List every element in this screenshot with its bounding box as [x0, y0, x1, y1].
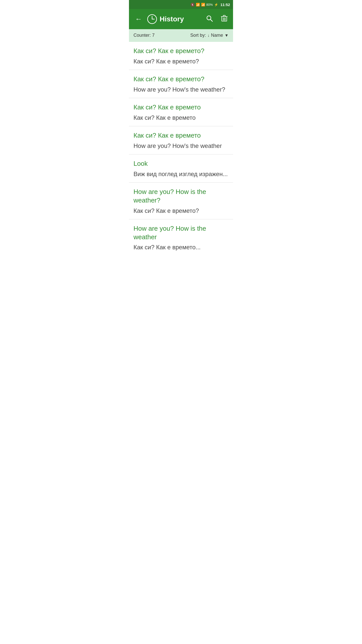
battery-icon: ⚡	[214, 3, 218, 7]
history-secondary-text: Как си? Как е времето?	[133, 207, 229, 215]
app-bar: ← History	[129, 9, 233, 29]
sort-value: Name	[211, 33, 223, 38]
svg-line-4	[210, 19, 212, 21]
sort-direction-icon: ↓	[207, 33, 209, 38]
history-primary-text: Look	[133, 159, 229, 168]
mute-icon: 🔇	[191, 3, 195, 7]
history-primary-text: How are you? How is the weather?	[133, 188, 229, 205]
app-bar-actions	[204, 13, 229, 25]
title-group: History	[147, 14, 201, 24]
history-primary-text: Как си? Как е времето?	[133, 75, 229, 84]
history-primary-text: Как си? Как е времето?	[133, 47, 229, 55]
counter-label: Counter: 7	[133, 33, 155, 38]
svg-rect-7	[223, 15, 225, 17]
history-secondary-text: How are you? How's the weather	[133, 142, 229, 150]
list-item[interactable]: Как си? Как е времето?How are you? How's…	[129, 70, 233, 98]
status-time: 11:52	[220, 3, 230, 7]
sort-group[interactable]: Sort by: ↓ Name ▼	[190, 33, 229, 38]
list-item[interactable]: Как си? Как е времетоHow are you? How's …	[129, 126, 233, 154]
sort-dropdown-icon[interactable]: ▼	[224, 33, 229, 38]
delete-button[interactable]	[219, 13, 229, 25]
history-secondary-text: Как си? Как е времето...	[133, 243, 229, 251]
history-secondary-text: Как си? Как е времето?	[133, 57, 229, 65]
wifi-icon: 📶	[196, 3, 200, 7]
list-item[interactable]: How are you? How is the weatherКак си? К…	[129, 219, 233, 256]
battery-text: 80%	[206, 3, 213, 7]
status-bar: 🔇 📶 📶 80% ⚡ 11:52	[129, 0, 233, 9]
list-item[interactable]: LookВиж вид поглед изглед изражен...	[129, 154, 233, 183]
status-icons: 🔇 📶 📶 80% ⚡ 11:52	[191, 3, 230, 7]
list-item[interactable]: How are you? How is the weather?Как си? …	[129, 183, 233, 219]
history-primary-text: Как си? Как е времето	[133, 103, 229, 112]
list-item[interactable]: Как си? Как е времетоКак си? Как е време…	[129, 98, 233, 126]
history-list: Как си? Как е времето?Как си? Как е врем…	[129, 42, 233, 256]
list-item[interactable]: Как си? Как е времето?Как си? Как е врем…	[129, 42, 233, 70]
history-primary-text: Как си? Как е времето	[133, 131, 229, 140]
search-button[interactable]	[204, 13, 214, 25]
page-title: History	[160, 15, 184, 23]
sort-label: Sort by:	[190, 33, 206, 38]
back-button[interactable]: ←	[133, 14, 144, 25]
history-secondary-text: Как си? Как е времето	[133, 114, 229, 122]
signal-icon: 📶	[201, 3, 205, 7]
history-secondary-text: Виж вид поглед изглед изражен...	[133, 170, 229, 178]
clock-icon	[147, 14, 157, 24]
history-primary-text: How are you? How is the weather	[133, 224, 229, 242]
subheader: Counter: 7 Sort by: ↓ Name ▼	[129, 29, 233, 42]
history-secondary-text: How are you? How's the weather?	[133, 86, 229, 93]
